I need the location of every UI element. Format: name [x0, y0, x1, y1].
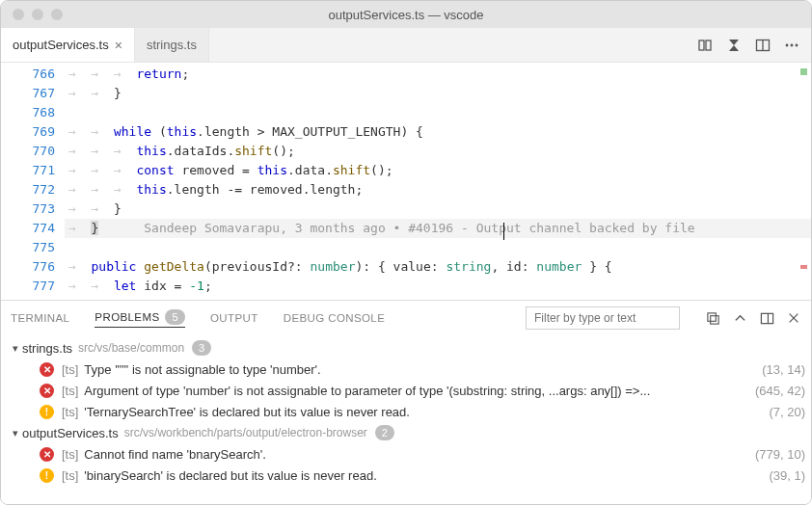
line-number: 772 — [1, 180, 65, 199]
problem-message: Cannot find name 'bnarySearch'. — [84, 447, 751, 462]
problem-location: (13, 14) — [762, 362, 805, 377]
svg-point-4 — [786, 43, 789, 46]
problem-message: 'TernarySearchTree' is declared but its … — [84, 405, 765, 419]
app-window: outputServices.ts — vscode outputService… — [0, 0, 812, 505]
file-name: strings.ts — [22, 341, 72, 356]
tabbar: outputServices.ts × strings.ts — [1, 28, 811, 63]
compare-changes-icon[interactable] — [697, 38, 713, 53]
svg-point-5 — [791, 43, 794, 46]
tab-strings[interactable]: strings.ts — [135, 28, 209, 62]
tabbar-actions — [686, 28, 811, 62]
file-problem-count: 3 — [192, 340, 211, 356]
text-cursor — [503, 223, 504, 240]
file-name: outputServices.ts — [22, 426, 119, 440]
more-actions-icon[interactable] — [784, 38, 799, 53]
tab-problems[interactable]: PROBLEMS 5 — [95, 309, 185, 328]
line-number: 766 — [1, 65, 65, 84]
problem-item[interactable]: ! [ts] 'binarySearch' is declared but it… — [1, 465, 811, 486]
svg-rect-0 — [699, 40, 704, 50]
toggle-layout-icon[interactable] — [759, 310, 774, 326]
line-number: 770 — [1, 142, 65, 161]
problems-tree[interactable]: ▾ strings.ts src/vs/base/common 3 ✕ [ts]… — [1, 335, 811, 504]
tab-terminal[interactable]: TERMINAL — [11, 312, 69, 324]
titlebar: outputServices.ts — vscode — [1, 1, 811, 28]
problem-source: [ts] — [62, 384, 78, 398]
svg-rect-1 — [706, 40, 711, 50]
tab-label: strings.ts — [147, 38, 197, 52]
zoom-window-button[interactable] — [51, 9, 63, 20]
error-icon: ✕ — [40, 362, 54, 377]
problems-filter-input[interactable] — [526, 306, 680, 330]
line-number: 769 — [1, 122, 65, 142]
line-number-gutter: 766 767 768 769 770 771 772 773 774 775 … — [1, 63, 65, 300]
problem-item[interactable]: ! [ts] 'TernarySearchTree' is declared b… — [1, 401, 811, 422]
git-blame-codelens[interactable]: Sandeep Somavarapu, 3 months ago • #4019… — [144, 221, 694, 235]
line-number: 776 — [1, 257, 65, 277]
warning-icon: ! — [40, 468, 54, 483]
close-icon[interactable]: × — [115, 38, 122, 53]
line-number: 775 — [1, 238, 65, 257]
close-panel-icon[interactable] — [786, 310, 801, 326]
problem-location: (779, 10) — [755, 447, 805, 462]
line-number: 771 — [1, 161, 65, 180]
error-icon: ✕ — [40, 447, 54, 462]
bottom-panel: TERMINAL PROBLEMS 5 OUTPUT DEBUG CONSOLE… — [1, 300, 811, 504]
problem-item[interactable]: ✕ [ts] Argument of type 'number' is not … — [1, 380, 811, 401]
editor[interactable]: 766 767 768 769 770 771 772 773 774 775 … — [1, 63, 811, 300]
line-number: 774 — [1, 219, 65, 238]
line-number: 767 — [1, 84, 65, 103]
file-problem-count: 2 — [375, 425, 394, 440]
problem-location: (7, 20) — [769, 405, 805, 419]
problem-message: 'binarySearch' is declared but its value… — [84, 468, 765, 483]
problem-location: (645, 42) — [755, 384, 805, 398]
code-area[interactable]: → → → return; → → } → → while (this.leng… — [65, 65, 811, 300]
problem-message: Type '""' is not assignable to type 'num… — [84, 362, 758, 377]
problem-message: Argument of type 'number' is not assigna… — [84, 384, 751, 398]
tab-label: outputServices.ts — [13, 38, 109, 52]
file-path: src/vs/base/common — [78, 341, 184, 355]
tab-output-services[interactable]: outputServices.ts × — [1, 28, 135, 62]
error-icon: ✕ — [40, 384, 54, 398]
chevron-down-icon[interactable]: ▾ — [9, 342, 22, 355]
minimize-window-button[interactable] — [32, 9, 43, 20]
problem-item[interactable]: ✕ [ts] Type '""' is not assignable to ty… — [1, 359, 811, 380]
problems-count-badge: 5 — [165, 309, 185, 325]
warning-icon: ! — [40, 405, 54, 419]
problem-source: [ts] — [62, 362, 78, 377]
chevron-down-icon[interactable]: ▾ — [9, 427, 22, 439]
problems-file-header[interactable]: ▾ strings.ts src/vs/base/common 3 — [1, 337, 811, 359]
line-number: 768 — [1, 103, 65, 122]
svg-rect-8 — [710, 315, 717, 323]
chevron-up-icon[interactable] — [732, 310, 747, 326]
file-path: src/vs/workbench/parts/output/electron-b… — [124, 426, 367, 439]
problem-item[interactable]: ✕ [ts] Cannot find name 'bnarySearch'. (… — [1, 443, 811, 465]
problem-location: (39, 1) — [769, 468, 805, 483]
line-number: 773 — [1, 199, 65, 219]
window-title: outputServices.ts — vscode — [1, 8, 811, 22]
close-window-button[interactable] — [13, 9, 24, 20]
open-changes-icon[interactable] — [726, 38, 742, 53]
svg-rect-7 — [707, 312, 715, 320]
collapse-all-icon[interactable] — [705, 310, 720, 326]
panel-tabbar: TERMINAL PROBLEMS 5 OUTPUT DEBUG CONSOLE — [1, 301, 811, 335]
line-number: 777 — [1, 277, 65, 296]
svg-rect-9 — [761, 313, 772, 323]
tab-output[interactable]: OUTPUT — [210, 312, 258, 324]
problem-source: [ts] — [62, 447, 78, 462]
problem-source: [ts] — [62, 405, 78, 419]
svg-point-6 — [796, 43, 798, 46]
problems-file-header[interactable]: ▾ outputServices.ts src/vs/workbench/par… — [1, 422, 811, 443]
window-controls — [1, 9, 63, 20]
tab-problems-label: PROBLEMS — [95, 311, 159, 323]
split-editor-icon[interactable] — [755, 38, 771, 53]
problem-source: [ts] — [62, 468, 78, 483]
overview-ruler[interactable] — [797, 63, 810, 300]
tab-debug-console[interactable]: DEBUG CONSOLE — [284, 312, 386, 324]
